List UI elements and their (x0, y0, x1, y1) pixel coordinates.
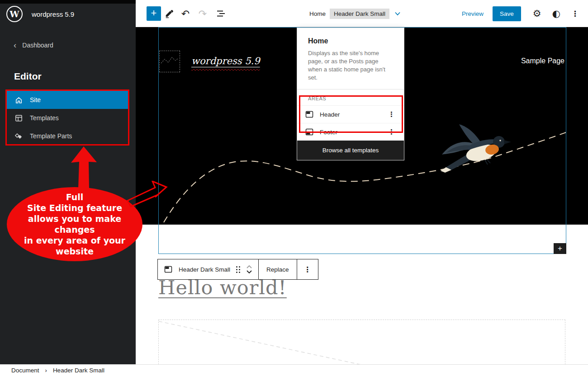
move-up-icon[interactable] (246, 265, 252, 269)
area-label: Header (320, 111, 386, 118)
top-strip (0, 0, 140, 4)
annotation-arrow-up (67, 146, 99, 189)
site-title-text: wordpress 5.9 (191, 56, 260, 66)
template-badge[interactable]: Header Dark Small (330, 9, 389, 19)
header-area-icon (305, 110, 314, 119)
site-logo-placeholder[interactable] (159, 51, 180, 72)
tools-button[interactable] (161, 0, 177, 27)
sidebar-item-template-parts[interactable]: Template Parts (7, 127, 128, 145)
callout-line: Site Editing feature (27, 202, 122, 213)
editor-sidebar: W wordpress 5.9 ‹ Dashboard Editor Site … (0, 0, 136, 364)
replace-button[interactable]: Replace (259, 259, 297, 279)
header-block-icon[interactable] (164, 265, 173, 274)
sidebar-title: Editor (14, 71, 42, 82)
breadcrumb-document[interactable]: Document (11, 367, 39, 374)
sidebar-item-templates[interactable]: Templates (7, 109, 128, 127)
area-options-kebab-icon[interactable]: ⋮ (386, 110, 397, 118)
wordpress-logo-icon[interactable]: W (6, 6, 23, 22)
placeholder-diagonal-line (159, 320, 565, 364)
block-inserter-button[interactable]: + (147, 6, 161, 21)
back-to-dashboard-link[interactable]: ‹ Dashboard (14, 42, 53, 49)
selected-block-name: Header Dark Small (179, 266, 230, 273)
sidebar-item-label: Templates (30, 114, 59, 122)
sidebar-site-name: wordpress 5.9 (32, 10, 74, 18)
drag-handle[interactable] (236, 266, 240, 273)
redo-button[interactable]: ↷ (194, 0, 211, 27)
callout-line: in every area of your website (7, 235, 142, 257)
pencil-icon (164, 9, 174, 19)
house-icon (14, 96, 23, 104)
template-parts-icon (14, 132, 23, 141)
template-details-dropdown: Home Displays as the site's home page, o… (297, 28, 404, 160)
footer-area-icon (305, 127, 314, 136)
browse-all-templates-button[interactable]: Browse all templates (297, 141, 404, 160)
callout-line: allows you to make changes (7, 213, 142, 235)
bird-illustration (440, 123, 512, 176)
document-title: Home (309, 10, 326, 17)
annotation-callout-ellipse: Full Site Editing feature allows you to … (7, 187, 142, 261)
area-label: Footer (320, 129, 386, 136)
styles-contrast-icon[interactable]: ◐ (552, 8, 560, 19)
area-row-header[interactable]: Header ⋮ (297, 105, 404, 123)
block-options-kebab-icon[interactable]: ⋮ (297, 259, 318, 279)
area-row-footer[interactable]: Footer ⋮ (297, 123, 404, 141)
settings-gear-icon[interactable]: ⚙ (533, 8, 541, 19)
templates-icon (14, 114, 23, 122)
more-options-kebab-icon[interactable]: ⋮ (571, 9, 579, 18)
nav-item-sample-page[interactable]: Sample Page (521, 57, 564, 65)
preview-button[interactable]: Preview (462, 10, 484, 17)
chevron-down-icon[interactable] (394, 9, 402, 18)
move-down-icon[interactable] (246, 270, 252, 274)
sidebar-nav: Site Templates Template Parts (7, 91, 128, 145)
image-placeholder-icon (160, 51, 180, 72)
editor-top-toolbar: + ↶ ↷ Home Header Dark Small Preview Sav… (136, 0, 588, 27)
list-view-icon (216, 9, 226, 19)
list-view-button[interactable] (213, 0, 229, 27)
breadcrumb-bar: Document › Header Dark Small (0, 364, 588, 376)
query-block-placeholder[interactable] (158, 320, 565, 364)
back-label: Dashboard (22, 42, 53, 49)
block-appender-button[interactable]: + (554, 243, 566, 254)
undo-button[interactable]: ↶ (177, 0, 194, 27)
area-options-kebab-icon[interactable]: ⋮ (386, 128, 397, 136)
areas-label: AREAS (297, 89, 404, 105)
block-movers[interactable] (246, 265, 252, 274)
chevron-right-icon: › (45, 367, 47, 374)
save-button[interactable]: Save (493, 6, 521, 21)
chevron-left-icon: ‹ (14, 42, 16, 48)
block-toolbar: Header Dark Small Replace ⋮ (157, 259, 318, 280)
annotation-arrow-outline (127, 181, 168, 208)
sidebar-item-label: Template Parts (30, 132, 72, 140)
callout-line: Full (66, 192, 84, 202)
breadcrumb-template-part[interactable]: Header Dark Small (53, 367, 104, 374)
dropdown-title: Home (308, 37, 393, 45)
sidebar-item-label: Site (30, 96, 41, 103)
site-title-block[interactable]: wordpress 5.9 (191, 56, 260, 66)
sidebar-item-site[interactable]: Site (7, 91, 128, 109)
dropdown-description: Displays as the site's home page, or as … (308, 49, 393, 82)
